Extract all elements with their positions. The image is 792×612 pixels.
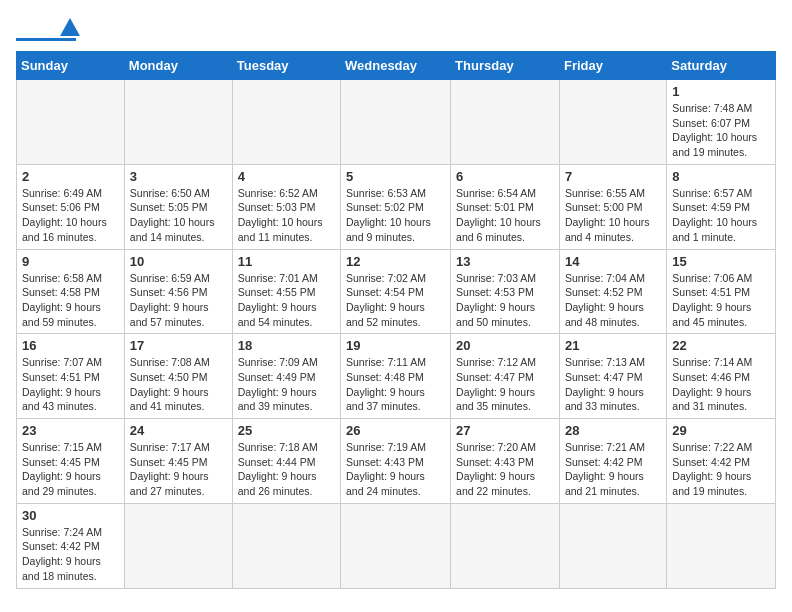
- day-cell: 14Sunrise: 7:04 AM Sunset: 4:52 PM Dayli…: [559, 249, 666, 334]
- weekday-header-wednesday: Wednesday: [341, 52, 451, 80]
- calendar: SundayMondayTuesdayWednesdayThursdayFrid…: [16, 51, 776, 589]
- day-number: 19: [346, 338, 445, 353]
- day-number: 14: [565, 254, 661, 269]
- day-info: Sunrise: 7:48 AM Sunset: 6:07 PM Dayligh…: [672, 101, 770, 160]
- day-cell: 25Sunrise: 7:18 AM Sunset: 4:44 PM Dayli…: [232, 419, 340, 504]
- weekday-header-sunday: Sunday: [17, 52, 125, 80]
- day-number: 8: [672, 169, 770, 184]
- week-row-6: 30Sunrise: 7:24 AM Sunset: 4:42 PM Dayli…: [17, 503, 776, 588]
- day-number: 4: [238, 169, 335, 184]
- day-number: 15: [672, 254, 770, 269]
- day-cell: [559, 80, 666, 165]
- day-cell: [17, 80, 125, 165]
- day-info: Sunrise: 7:12 AM Sunset: 4:47 PM Dayligh…: [456, 355, 554, 414]
- week-row-1: 1Sunrise: 7:48 AM Sunset: 6:07 PM Daylig…: [17, 80, 776, 165]
- day-number: 22: [672, 338, 770, 353]
- day-cell: 23Sunrise: 7:15 AM Sunset: 4:45 PM Dayli…: [17, 419, 125, 504]
- day-info: Sunrise: 7:13 AM Sunset: 4:47 PM Dayligh…: [565, 355, 661, 414]
- day-info: Sunrise: 7:03 AM Sunset: 4:53 PM Dayligh…: [456, 271, 554, 330]
- day-info: Sunrise: 7:20 AM Sunset: 4:43 PM Dayligh…: [456, 440, 554, 499]
- week-row-5: 23Sunrise: 7:15 AM Sunset: 4:45 PM Dayli…: [17, 419, 776, 504]
- day-cell: 4Sunrise: 6:52 AM Sunset: 5:03 PM Daylig…: [232, 164, 340, 249]
- day-number: 13: [456, 254, 554, 269]
- day-cell: 21Sunrise: 7:13 AM Sunset: 4:47 PM Dayli…: [559, 334, 666, 419]
- day-info: Sunrise: 7:01 AM Sunset: 4:55 PM Dayligh…: [238, 271, 335, 330]
- day-cell: 28Sunrise: 7:21 AM Sunset: 4:42 PM Dayli…: [559, 419, 666, 504]
- day-number: 3: [130, 169, 227, 184]
- day-number: 25: [238, 423, 335, 438]
- day-cell: [232, 503, 340, 588]
- weekday-header-tuesday: Tuesday: [232, 52, 340, 80]
- weekday-header-friday: Friday: [559, 52, 666, 80]
- logo-triangle-icon: [60, 18, 80, 36]
- day-number: 29: [672, 423, 770, 438]
- day-cell: 19Sunrise: 7:11 AM Sunset: 4:48 PM Dayli…: [341, 334, 451, 419]
- page-header: [16, 16, 776, 41]
- day-info: Sunrise: 7:24 AM Sunset: 4:42 PM Dayligh…: [22, 525, 119, 584]
- day-number: 1: [672, 84, 770, 99]
- day-cell: 24Sunrise: 7:17 AM Sunset: 4:45 PM Dayli…: [124, 419, 232, 504]
- day-number: 9: [22, 254, 119, 269]
- day-cell: 13Sunrise: 7:03 AM Sunset: 4:53 PM Dayli…: [451, 249, 560, 334]
- day-number: 23: [22, 423, 119, 438]
- day-cell: 12Sunrise: 7:02 AM Sunset: 4:54 PM Dayli…: [341, 249, 451, 334]
- day-info: Sunrise: 6:53 AM Sunset: 5:02 PM Dayligh…: [346, 186, 445, 245]
- day-number: 17: [130, 338, 227, 353]
- day-info: Sunrise: 7:18 AM Sunset: 4:44 PM Dayligh…: [238, 440, 335, 499]
- day-cell: 6Sunrise: 6:54 AM Sunset: 5:01 PM Daylig…: [451, 164, 560, 249]
- week-row-4: 16Sunrise: 7:07 AM Sunset: 4:51 PM Dayli…: [17, 334, 776, 419]
- day-number: 10: [130, 254, 227, 269]
- week-row-2: 2Sunrise: 6:49 AM Sunset: 5:06 PM Daylig…: [17, 164, 776, 249]
- day-info: Sunrise: 7:09 AM Sunset: 4:49 PM Dayligh…: [238, 355, 335, 414]
- day-cell: [124, 80, 232, 165]
- day-number: 12: [346, 254, 445, 269]
- day-cell: 20Sunrise: 7:12 AM Sunset: 4:47 PM Dayli…: [451, 334, 560, 419]
- day-info: Sunrise: 7:19 AM Sunset: 4:43 PM Dayligh…: [346, 440, 445, 499]
- day-number: 7: [565, 169, 661, 184]
- week-row-3: 9Sunrise: 6:58 AM Sunset: 4:58 PM Daylig…: [17, 249, 776, 334]
- day-number: 18: [238, 338, 335, 353]
- day-info: Sunrise: 7:07 AM Sunset: 4:51 PM Dayligh…: [22, 355, 119, 414]
- day-info: Sunrise: 6:55 AM Sunset: 5:00 PM Dayligh…: [565, 186, 661, 245]
- day-info: Sunrise: 6:54 AM Sunset: 5:01 PM Dayligh…: [456, 186, 554, 245]
- day-info: Sunrise: 6:50 AM Sunset: 5:05 PM Dayligh…: [130, 186, 227, 245]
- day-cell: [124, 503, 232, 588]
- logo-underline: [16, 38, 76, 41]
- day-info: Sunrise: 6:59 AM Sunset: 4:56 PM Dayligh…: [130, 271, 227, 330]
- day-cell: 9Sunrise: 6:58 AM Sunset: 4:58 PM Daylig…: [17, 249, 125, 334]
- day-cell: [341, 503, 451, 588]
- day-number: 30: [22, 508, 119, 523]
- day-cell: 26Sunrise: 7:19 AM Sunset: 4:43 PM Dayli…: [341, 419, 451, 504]
- day-cell: 15Sunrise: 7:06 AM Sunset: 4:51 PM Dayli…: [667, 249, 776, 334]
- day-cell: [667, 503, 776, 588]
- day-cell: [451, 80, 560, 165]
- day-cell: 5Sunrise: 6:53 AM Sunset: 5:02 PM Daylig…: [341, 164, 451, 249]
- day-info: Sunrise: 7:04 AM Sunset: 4:52 PM Dayligh…: [565, 271, 661, 330]
- day-cell: 29Sunrise: 7:22 AM Sunset: 4:42 PM Dayli…: [667, 419, 776, 504]
- day-number: 2: [22, 169, 119, 184]
- day-cell: 3Sunrise: 6:50 AM Sunset: 5:05 PM Daylig…: [124, 164, 232, 249]
- day-number: 28: [565, 423, 661, 438]
- day-info: Sunrise: 7:15 AM Sunset: 4:45 PM Dayligh…: [22, 440, 119, 499]
- day-number: 20: [456, 338, 554, 353]
- day-cell: 27Sunrise: 7:20 AM Sunset: 4:43 PM Dayli…: [451, 419, 560, 504]
- day-cell: 22Sunrise: 7:14 AM Sunset: 4:46 PM Dayli…: [667, 334, 776, 419]
- day-cell: [341, 80, 451, 165]
- day-cell: 8Sunrise: 6:57 AM Sunset: 4:59 PM Daylig…: [667, 164, 776, 249]
- day-number: 11: [238, 254, 335, 269]
- day-info: Sunrise: 7:14 AM Sunset: 4:46 PM Dayligh…: [672, 355, 770, 414]
- day-info: Sunrise: 7:11 AM Sunset: 4:48 PM Dayligh…: [346, 355, 445, 414]
- day-cell: 11Sunrise: 7:01 AM Sunset: 4:55 PM Dayli…: [232, 249, 340, 334]
- day-info: Sunrise: 6:49 AM Sunset: 5:06 PM Dayligh…: [22, 186, 119, 245]
- day-number: 24: [130, 423, 227, 438]
- day-info: Sunrise: 7:06 AM Sunset: 4:51 PM Dayligh…: [672, 271, 770, 330]
- logo: [16, 16, 80, 41]
- day-cell: 7Sunrise: 6:55 AM Sunset: 5:00 PM Daylig…: [559, 164, 666, 249]
- day-info: Sunrise: 6:57 AM Sunset: 4:59 PM Dayligh…: [672, 186, 770, 245]
- day-cell: [451, 503, 560, 588]
- day-cell: 1Sunrise: 7:48 AM Sunset: 6:07 PM Daylig…: [667, 80, 776, 165]
- day-info: Sunrise: 7:21 AM Sunset: 4:42 PM Dayligh…: [565, 440, 661, 499]
- day-cell: [232, 80, 340, 165]
- day-cell: 10Sunrise: 6:59 AM Sunset: 4:56 PM Dayli…: [124, 249, 232, 334]
- day-info: Sunrise: 7:02 AM Sunset: 4:54 PM Dayligh…: [346, 271, 445, 330]
